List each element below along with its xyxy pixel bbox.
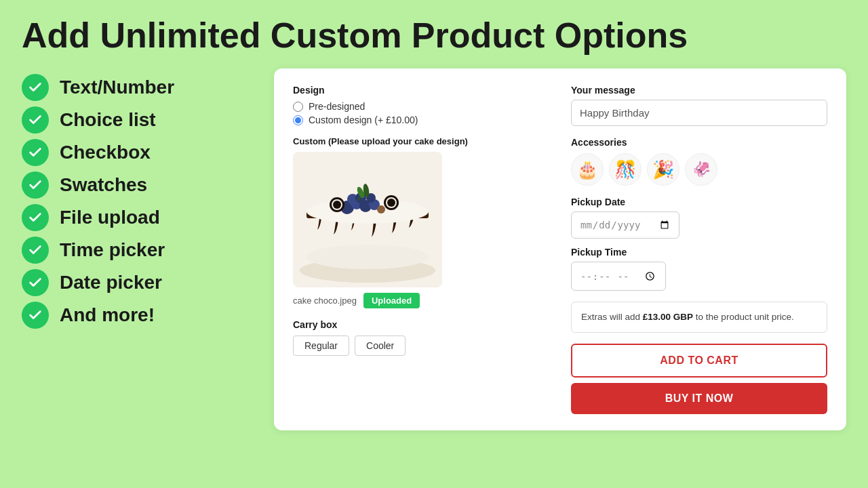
page-headline: Add Unlimited Custom Product Options xyxy=(22,16,846,55)
upload-label: Custom (Please upload your cake design) xyxy=(293,136,549,146)
accessory-item-3[interactable]: 🎉 xyxy=(647,153,679,186)
accessory-item-1[interactable]: 🎂 xyxy=(571,153,604,186)
svg-point-21 xyxy=(377,205,385,214)
cake-image-container xyxy=(293,152,442,287)
accessory-item-2[interactable]: 🎊 xyxy=(609,153,642,186)
your-message-label: Your message xyxy=(571,85,827,96)
feature-label-choice-list: Choice list xyxy=(60,109,156,131)
cake-image xyxy=(293,152,442,287)
buy-now-button[interactable]: BUY IT NOW xyxy=(571,383,827,414)
left-panel: Design Pre-designed Custom design (+ £10… xyxy=(293,85,549,414)
extras-suffix: to the product unit price. xyxy=(693,312,794,322)
radio-label-custom-design: Custom design (+ £10.00) xyxy=(309,115,418,125)
feature-label-date-picker: Date picker xyxy=(60,272,162,293)
pickup-time-input[interactable] xyxy=(571,262,666,291)
add-to-cart-button[interactable]: ADD TO CART xyxy=(571,344,827,378)
pickup-time-label: Pickup Time xyxy=(571,247,827,258)
main-content: Text/Number Choice list Checkbox Swatc xyxy=(22,68,846,430)
accessories-row: 🎂 🎊 🎉 🦑 xyxy=(571,153,827,186)
message-input[interactable] xyxy=(571,100,827,126)
product-card: Design Pre-designed Custom design (+ £10… xyxy=(274,68,846,430)
svg-point-17 xyxy=(387,199,395,207)
design-radio-group: Pre-designed Custom design (+ £10.00) xyxy=(293,101,549,125)
feature-item-swatches: Swatches xyxy=(22,171,252,199)
check-icon-date-picker xyxy=(22,269,49,296)
feature-label-time-picker: Time picker xyxy=(60,239,165,261)
accessories-label: Accessories xyxy=(571,137,827,148)
check-icon-file-upload xyxy=(22,204,49,231)
pickup-date-input[interactable] xyxy=(571,211,679,239)
feature-item-checkbox: Checkbox xyxy=(22,139,252,166)
feature-label-and-more: And more! xyxy=(60,304,155,326)
pickup-date-label: Pickup Date xyxy=(571,197,827,207)
feature-label-swatches: Swatches xyxy=(60,174,147,196)
check-icon-text-number xyxy=(22,74,49,101)
uploaded-badge: Uploaded xyxy=(363,293,420,308)
design-option-custom[interactable]: Custom design (+ £10.00) xyxy=(293,115,549,125)
carry-box-label: Carry box xyxy=(293,319,549,330)
feature-label-checkbox: Checkbox xyxy=(60,142,151,163)
feature-label-text-number: Text/Number xyxy=(60,77,174,98)
carry-box-options: Regular Cooler xyxy=(293,336,549,356)
check-icon-and-more xyxy=(22,302,49,329)
check-icon-time-picker xyxy=(22,237,49,264)
check-icon-checkbox xyxy=(22,139,49,166)
design-option-pre-designed[interactable]: Pre-designed xyxy=(293,101,549,112)
feature-item-and-more: And more! xyxy=(22,302,252,329)
page-wrapper: Add Unlimited Custom Product Options Tex… xyxy=(0,0,868,488)
radio-pre-designed[interactable] xyxy=(293,102,303,112)
feature-item-date-picker: Date picker xyxy=(22,269,252,296)
feature-item-file-upload: File upload xyxy=(22,204,252,231)
design-label: Design xyxy=(293,85,549,96)
feature-label-file-upload: File upload xyxy=(60,207,160,228)
feature-list: Text/Number Choice list Checkbox Swatc xyxy=(22,68,252,329)
carry-box-cooler[interactable]: Cooler xyxy=(355,336,406,356)
check-icon-choice-list xyxy=(22,106,49,134)
filename: cake choco.jpeg xyxy=(293,296,357,306)
svg-point-14 xyxy=(333,201,341,209)
extras-info-box: Extras will add £13.00 GBP to the produc… xyxy=(571,302,827,333)
check-icon-swatches xyxy=(22,171,49,199)
radio-label-pre-designed: Pre-designed xyxy=(309,101,365,112)
file-row: cake choco.jpeg Uploaded xyxy=(293,293,549,308)
feature-item-choice-list: Choice list xyxy=(22,106,252,134)
feature-item-text-number: Text/Number xyxy=(22,74,252,101)
radio-custom-design[interactable] xyxy=(293,115,303,125)
carry-box-regular[interactable]: Regular xyxy=(293,336,349,356)
right-panel: Your message Accessories 🎂 🎊 🎉 🦑 Pickup … xyxy=(571,85,827,414)
svg-point-22 xyxy=(307,245,429,269)
accessory-item-4[interactable]: 🦑 xyxy=(685,153,717,186)
feature-item-time-picker: Time picker xyxy=(22,237,252,264)
extras-text: Extras will add xyxy=(581,312,643,322)
extras-amount: £13.00 GBP xyxy=(643,312,693,322)
